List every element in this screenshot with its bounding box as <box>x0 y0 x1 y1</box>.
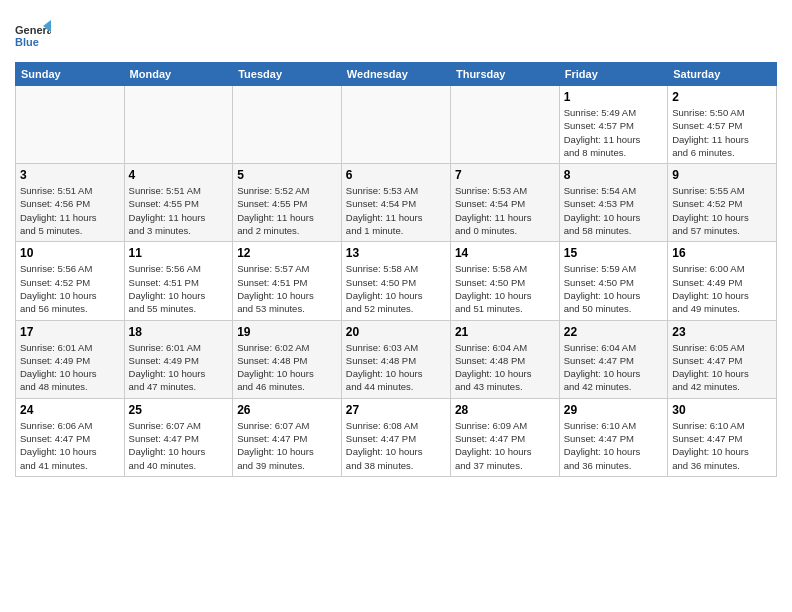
calendar-cell: 22Sunrise: 6:04 AMSunset: 4:47 PMDayligh… <box>559 320 667 398</box>
weekday-header-wednesday: Wednesday <box>341 63 450 86</box>
calendar-cell: 28Sunrise: 6:09 AMSunset: 4:47 PMDayligh… <box>450 398 559 476</box>
weekday-header-friday: Friday <box>559 63 667 86</box>
day-info: Sunrise: 6:07 AMSunset: 4:47 PMDaylight:… <box>237 419 337 472</box>
calendar-cell: 17Sunrise: 6:01 AMSunset: 4:49 PMDayligh… <box>16 320 125 398</box>
day-info: Sunrise: 5:57 AMSunset: 4:51 PMDaylight:… <box>237 262 337 315</box>
day-number: 19 <box>237 325 337 339</box>
day-info: Sunrise: 6:09 AMSunset: 4:47 PMDaylight:… <box>455 419 555 472</box>
day-number: 7 <box>455 168 555 182</box>
day-info: Sunrise: 5:50 AMSunset: 4:57 PMDaylight:… <box>672 106 772 159</box>
day-info: Sunrise: 5:54 AMSunset: 4:53 PMDaylight:… <box>564 184 663 237</box>
day-info: Sunrise: 5:52 AMSunset: 4:55 PMDaylight:… <box>237 184 337 237</box>
calendar-cell: 10Sunrise: 5:56 AMSunset: 4:52 PMDayligh… <box>16 242 125 320</box>
calendar-week-row: 3Sunrise: 5:51 AMSunset: 4:56 PMDaylight… <box>16 164 777 242</box>
calendar-cell: 24Sunrise: 6:06 AMSunset: 4:47 PMDayligh… <box>16 398 125 476</box>
day-info: Sunrise: 6:02 AMSunset: 4:48 PMDaylight:… <box>237 341 337 394</box>
day-info: Sunrise: 5:53 AMSunset: 4:54 PMDaylight:… <box>346 184 446 237</box>
day-number: 17 <box>20 325 120 339</box>
day-number: 4 <box>129 168 229 182</box>
day-number: 16 <box>672 246 772 260</box>
day-info: Sunrise: 5:56 AMSunset: 4:52 PMDaylight:… <box>20 262 120 315</box>
calendar-week-row: 1Sunrise: 5:49 AMSunset: 4:57 PMDaylight… <box>16 86 777 164</box>
weekday-header-monday: Monday <box>124 63 233 86</box>
calendar-cell: 29Sunrise: 6:10 AMSunset: 4:47 PMDayligh… <box>559 398 667 476</box>
day-info: Sunrise: 6:03 AMSunset: 4:48 PMDaylight:… <box>346 341 446 394</box>
day-number: 28 <box>455 403 555 417</box>
calendar-cell: 16Sunrise: 6:00 AMSunset: 4:49 PMDayligh… <box>668 242 777 320</box>
day-number: 25 <box>129 403 229 417</box>
day-info: Sunrise: 6:10 AMSunset: 4:47 PMDaylight:… <box>564 419 663 472</box>
calendar-cell: 18Sunrise: 6:01 AMSunset: 4:49 PMDayligh… <box>124 320 233 398</box>
calendar-cell: 27Sunrise: 6:08 AMSunset: 4:47 PMDayligh… <box>341 398 450 476</box>
day-number: 15 <box>564 246 663 260</box>
weekday-header-thursday: Thursday <box>450 63 559 86</box>
day-number: 24 <box>20 403 120 417</box>
day-info: Sunrise: 5:55 AMSunset: 4:52 PMDaylight:… <box>672 184 772 237</box>
calendar-cell: 12Sunrise: 5:57 AMSunset: 4:51 PMDayligh… <box>233 242 342 320</box>
day-info: Sunrise: 6:06 AMSunset: 4:47 PMDaylight:… <box>20 419 120 472</box>
calendar-cell: 3Sunrise: 5:51 AMSunset: 4:56 PMDaylight… <box>16 164 125 242</box>
calendar-cell: 14Sunrise: 5:58 AMSunset: 4:50 PMDayligh… <box>450 242 559 320</box>
day-number: 3 <box>20 168 120 182</box>
calendar-cell: 13Sunrise: 5:58 AMSunset: 4:50 PMDayligh… <box>341 242 450 320</box>
day-info: Sunrise: 5:49 AMSunset: 4:57 PMDaylight:… <box>564 106 663 159</box>
day-number: 18 <box>129 325 229 339</box>
calendar-table: SundayMondayTuesdayWednesdayThursdayFrid… <box>15 62 777 477</box>
day-info: Sunrise: 5:51 AMSunset: 4:55 PMDaylight:… <box>129 184 229 237</box>
calendar-cell: 1Sunrise: 5:49 AMSunset: 4:57 PMDaylight… <box>559 86 667 164</box>
calendar-cell: 7Sunrise: 5:53 AMSunset: 4:54 PMDaylight… <box>450 164 559 242</box>
header: General Blue <box>15 10 777 54</box>
day-number: 21 <box>455 325 555 339</box>
calendar-cell: 21Sunrise: 6:04 AMSunset: 4:48 PMDayligh… <box>450 320 559 398</box>
day-number: 6 <box>346 168 446 182</box>
calendar-cell <box>233 86 342 164</box>
day-info: Sunrise: 5:56 AMSunset: 4:51 PMDaylight:… <box>129 262 229 315</box>
weekday-header-row: SundayMondayTuesdayWednesdayThursdayFrid… <box>16 63 777 86</box>
calendar-cell: 9Sunrise: 5:55 AMSunset: 4:52 PMDaylight… <box>668 164 777 242</box>
logo: General Blue <box>15 18 55 54</box>
day-info: Sunrise: 6:07 AMSunset: 4:47 PMDaylight:… <box>129 419 229 472</box>
day-info: Sunrise: 6:01 AMSunset: 4:49 PMDaylight:… <box>129 341 229 394</box>
day-number: 29 <box>564 403 663 417</box>
day-info: Sunrise: 5:51 AMSunset: 4:56 PMDaylight:… <box>20 184 120 237</box>
calendar-cell <box>16 86 125 164</box>
calendar-cell: 26Sunrise: 6:07 AMSunset: 4:47 PMDayligh… <box>233 398 342 476</box>
day-info: Sunrise: 5:59 AMSunset: 4:50 PMDaylight:… <box>564 262 663 315</box>
day-info: Sunrise: 5:58 AMSunset: 4:50 PMDaylight:… <box>346 262 446 315</box>
day-number: 26 <box>237 403 337 417</box>
day-number: 2 <box>672 90 772 104</box>
day-info: Sunrise: 6:01 AMSunset: 4:49 PMDaylight:… <box>20 341 120 394</box>
day-number: 20 <box>346 325 446 339</box>
day-number: 8 <box>564 168 663 182</box>
day-number: 5 <box>237 168 337 182</box>
calendar-cell: 30Sunrise: 6:10 AMSunset: 4:47 PMDayligh… <box>668 398 777 476</box>
calendar-cell <box>124 86 233 164</box>
day-info: Sunrise: 5:53 AMSunset: 4:54 PMDaylight:… <box>455 184 555 237</box>
calendar-cell: 23Sunrise: 6:05 AMSunset: 4:47 PMDayligh… <box>668 320 777 398</box>
day-number: 27 <box>346 403 446 417</box>
day-number: 14 <box>455 246 555 260</box>
calendar-cell: 25Sunrise: 6:07 AMSunset: 4:47 PMDayligh… <box>124 398 233 476</box>
day-info: Sunrise: 6:05 AMSunset: 4:47 PMDaylight:… <box>672 341 772 394</box>
logo-icon: General Blue <box>15 18 51 54</box>
weekday-header-sunday: Sunday <box>16 63 125 86</box>
weekday-header-tuesday: Tuesday <box>233 63 342 86</box>
day-info: Sunrise: 6:04 AMSunset: 4:48 PMDaylight:… <box>455 341 555 394</box>
day-info: Sunrise: 6:00 AMSunset: 4:49 PMDaylight:… <box>672 262 772 315</box>
day-number: 11 <box>129 246 229 260</box>
calendar-cell: 5Sunrise: 5:52 AMSunset: 4:55 PMDaylight… <box>233 164 342 242</box>
day-number: 23 <box>672 325 772 339</box>
page-container: General Blue SundayMondayTuesdayWednesda… <box>0 0 792 487</box>
day-info: Sunrise: 6:10 AMSunset: 4:47 PMDaylight:… <box>672 419 772 472</box>
calendar-cell: 11Sunrise: 5:56 AMSunset: 4:51 PMDayligh… <box>124 242 233 320</box>
calendar-cell: 4Sunrise: 5:51 AMSunset: 4:55 PMDaylight… <box>124 164 233 242</box>
calendar-week-row: 17Sunrise: 6:01 AMSunset: 4:49 PMDayligh… <box>16 320 777 398</box>
calendar-cell: 20Sunrise: 6:03 AMSunset: 4:48 PMDayligh… <box>341 320 450 398</box>
calendar-cell: 6Sunrise: 5:53 AMSunset: 4:54 PMDaylight… <box>341 164 450 242</box>
day-info: Sunrise: 6:04 AMSunset: 4:47 PMDaylight:… <box>564 341 663 394</box>
svg-text:Blue: Blue <box>15 36 39 48</box>
day-info: Sunrise: 5:58 AMSunset: 4:50 PMDaylight:… <box>455 262 555 315</box>
calendar-cell: 19Sunrise: 6:02 AMSunset: 4:48 PMDayligh… <box>233 320 342 398</box>
calendar-cell: 2Sunrise: 5:50 AMSunset: 4:57 PMDaylight… <box>668 86 777 164</box>
calendar-week-row: 24Sunrise: 6:06 AMSunset: 4:47 PMDayligh… <box>16 398 777 476</box>
